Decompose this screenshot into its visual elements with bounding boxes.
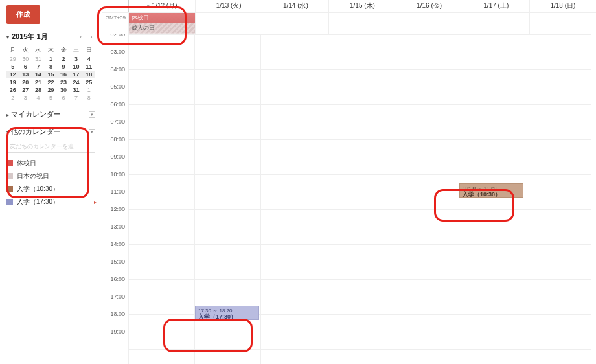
mini-calendar-day[interactable]: 23	[57, 78, 70, 86]
mini-calendar-day[interactable]: 11	[82, 63, 95, 71]
chevron-down-icon: ▾	[147, 4, 150, 8]
mini-calendar-day[interactable]: 13	[19, 71, 32, 78]
mini-calendar-day[interactable]: 6	[57, 94, 70, 102]
mini-calendar-day[interactable]: 22	[45, 78, 58, 86]
other-calendars-label: 他のカレンダー	[11, 128, 61, 135]
mini-calendar-day[interactable]: 24	[70, 78, 83, 86]
mini-calendar-day[interactable]: 28	[32, 86, 45, 94]
time-label: 13:00	[110, 223, 125, 230]
day-column[interactable]	[128, 34, 194, 364]
mini-calendar-day[interactable]: 8	[45, 63, 58, 71]
calendar-label: 休校日	[17, 159, 36, 168]
add-calendar-input[interactable]: 友だちのカレンダーを追	[6, 141, 95, 153]
mini-calendar-day[interactable]: 3	[70, 55, 83, 63]
allday-cell[interactable]	[262, 13, 328, 34]
day-column[interactable]	[525, 34, 591, 364]
day-header[interactable]: 1/14 (水)	[262, 0, 328, 12]
mini-calendar: 月火水木金土日 29303112345678910111213141516171…	[6, 45, 95, 102]
mini-calendar-day[interactable]: 9	[57, 63, 70, 71]
day-column[interactable]	[393, 34, 459, 364]
time-label: 03:00	[110, 49, 125, 55]
mini-calendar-day[interactable]: 29	[45, 86, 58, 94]
calendar-main: ▾1/12 (月)1/13 (火)1/14 (水)1/15 (木)1/16 (金…	[102, 0, 596, 364]
calendar-color-swatch	[6, 199, 13, 205]
allday-cell[interactable]	[396, 13, 463, 34]
calendar-list-item[interactable]: 入学（10:30）	[6, 183, 95, 196]
day-column[interactable]	[260, 34, 327, 364]
allday-cell[interactable]: 休校日成人の日	[128, 13, 195, 34]
day-header[interactable]: 1/15 (木)	[328, 0, 395, 12]
weekday-label: 金	[57, 45, 70, 55]
mini-calendar-day[interactable]: 16	[57, 71, 70, 78]
mini-calendar-day[interactable]: 3	[19, 94, 32, 102]
calendar-event[interactable]: 10:30 ～ 11:20入学（10:30）	[459, 183, 523, 198]
dropdown-box-icon[interactable]: ▾	[89, 129, 95, 135]
calendar-list-item[interactable]: 入学（17:30）▸	[6, 196, 95, 209]
mini-calendar-day[interactable]: 7	[32, 63, 45, 71]
time-label: 12:00	[110, 206, 125, 212]
mini-calendar-day[interactable]: 5	[6, 63, 19, 71]
day-column[interactable]	[327, 34, 393, 364]
calendar-color-swatch	[6, 186, 13, 192]
mini-calendar-day[interactable]: 20	[19, 78, 32, 86]
mini-calendar-day[interactable]: 1	[82, 86, 95, 94]
mini-calendar-day[interactable]: 31	[32, 55, 45, 63]
mini-calendar-day[interactable]: 30	[57, 86, 70, 94]
day-headers: ▾1/12 (月)1/13 (火)1/14 (水)1/15 (木)1/16 (金…	[102, 0, 596, 13]
create-button[interactable]: 作成	[6, 5, 40, 24]
mini-calendar-day[interactable]: 5	[45, 94, 58, 102]
time-label: 17:00	[110, 293, 125, 300]
prev-month-icon[interactable]: ‹	[77, 33, 85, 41]
other-calendars-section[interactable]: ▾他のカレンダー ▾	[6, 127, 95, 137]
mini-calendar-day[interactable]: 29	[6, 55, 19, 63]
chevron-down-icon[interactable]: ▾	[6, 34, 9, 40]
event-title: 入学（17:30）	[198, 313, 256, 320]
day-header[interactable]: 1/17 (土)	[463, 0, 529, 12]
mini-calendar-day[interactable]: 18	[82, 71, 95, 78]
mini-calendar-day[interactable]: 21	[32, 78, 45, 86]
mini-calendar-header: ▾2015年 1月 ‹ ›	[6, 32, 95, 41]
allday-cell[interactable]	[195, 13, 262, 34]
mini-calendar-day[interactable]: 1	[45, 55, 58, 63]
calendar-list-item[interactable]: 日本の祝日	[6, 170, 95, 183]
mini-calendar-day[interactable]: 4	[32, 94, 45, 102]
allday-cell[interactable]	[328, 13, 395, 34]
day-columns: 17:30 ～ 18:20入学（17:30）10:30 ～ 11:20入学（10…	[128, 34, 591, 364]
mini-calendar-day[interactable]: 7	[70, 94, 83, 102]
allday-cell[interactable]	[529, 13, 596, 34]
more-icon[interactable]: ▸	[94, 199, 97, 205]
allday-event[interactable]: 成人の日	[129, 23, 195, 34]
calendar-event[interactable]: 17:30 ～ 18:20入学（17:30）	[195, 306, 259, 320]
allday-event[interactable]: 休校日	[129, 13, 195, 23]
calendar-grid[interactable]: 02:0003:0004:0005:0006:0007:0008:0009:00…	[102, 34, 596, 364]
mini-calendar-day[interactable]: 17	[70, 71, 83, 78]
mini-calendar-day[interactable]: 6	[19, 63, 32, 71]
mini-calendar-day[interactable]: 14	[32, 71, 45, 78]
next-month-icon[interactable]: ›	[87, 33, 95, 41]
mini-calendar-day[interactable]: 4	[82, 55, 95, 63]
day-header[interactable]: 1/18 (日)	[529, 0, 596, 12]
calendar-color-swatch	[6, 160, 13, 166]
allday-cell[interactable]	[463, 13, 529, 34]
mini-calendar-day[interactable]: 26	[6, 86, 19, 94]
mini-calendar-day[interactable]: 12	[6, 71, 19, 78]
my-calendars-section[interactable]: ▸マイカレンダー ▾	[6, 109, 95, 119]
mini-calendar-day[interactable]: 27	[19, 86, 32, 94]
mini-calendar-day[interactable]: 2	[57, 55, 70, 63]
calendar-list-item[interactable]: 休校日	[6, 157, 95, 170]
mini-calendar-day[interactable]: 19	[6, 78, 19, 86]
day-header[interactable]: 1/13 (火)	[195, 0, 262, 12]
dropdown-box-icon[interactable]: ▾	[89, 111, 95, 118]
mini-calendar-day[interactable]: 30	[19, 55, 32, 63]
mini-calendar-day[interactable]: 10	[70, 63, 83, 71]
mini-calendar-day[interactable]: 15	[45, 71, 58, 78]
day-header[interactable]: 1/16 (金)	[396, 0, 463, 12]
mini-calendar-day[interactable]: 25	[82, 78, 95, 86]
day-header[interactable]: ▾1/12 (月)	[128, 0, 195, 12]
day-column[interactable]: 17:30 ～ 18:20入学（17:30）	[194, 34, 260, 364]
mini-calendar-day[interactable]: 8	[82, 94, 95, 102]
event-time: 17:30 ～ 18:20	[198, 308, 256, 314]
day-column[interactable]: 10:30 ～ 11:20入学（10:30）	[459, 34, 525, 364]
mini-calendar-day[interactable]: 31	[70, 86, 83, 94]
mini-calendar-day[interactable]: 2	[6, 94, 19, 102]
